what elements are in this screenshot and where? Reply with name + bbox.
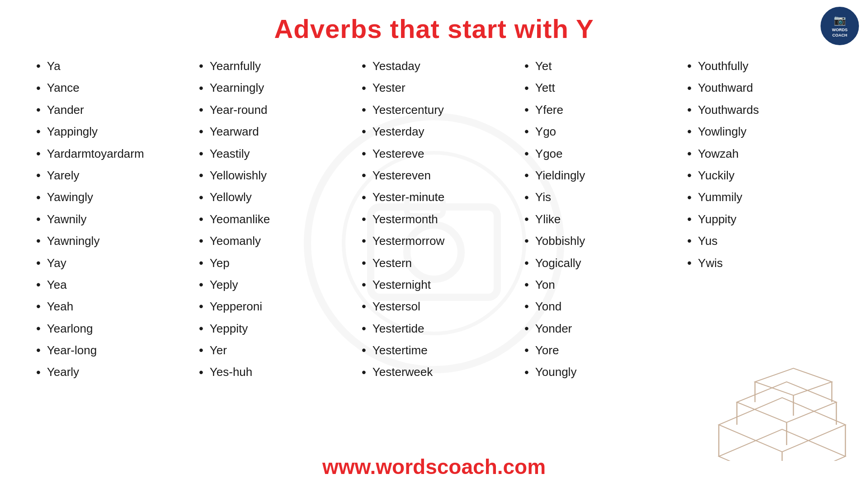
bullet-icon: • — [362, 257, 366, 269]
list-item: •Yestereven — [362, 164, 506, 186]
list-item: •Yeomanly — [199, 230, 344, 252]
word-text: Yay — [47, 255, 66, 271]
list-item: •Yestereve — [362, 143, 506, 164]
bullet-icon: • — [362, 191, 366, 204]
word-text: Yestereven — [373, 167, 431, 183]
logo-camera-icon: 📷 — [832, 14, 848, 27]
word-text: Yowlingly — [698, 123, 746, 140]
bullet-icon: • — [687, 125, 692, 138]
word-text: Yearningly — [210, 80, 264, 96]
word-text: Yestercentury — [373, 102, 444, 118]
list-item: •Yestercentury — [362, 99, 506, 121]
list-item: •Yet — [524, 55, 669, 77]
bullet-icon: • — [362, 147, 366, 160]
list-item: •Ywis — [687, 252, 832, 274]
list-item: •Yes-huh — [199, 361, 344, 383]
bullet-icon: • — [199, 191, 203, 204]
word-text: Yearly — [47, 364, 79, 380]
word-text: Year-round — [210, 102, 268, 118]
list-item: •Youthward — [687, 77, 832, 99]
bullet-icon: • — [199, 147, 203, 160]
list-item: •Yearnfully — [199, 55, 344, 77]
word-text: Yawningly — [47, 233, 100, 249]
footer-url: www.wordscoach.com — [0, 455, 868, 479]
list-item: •Yep — [199, 252, 344, 274]
word-text: Ygoe — [535, 145, 563, 162]
word-columns: •Ya•Yance•Yander•Yappingly•Yardarmtoyard… — [0, 55, 868, 383]
word-text: Yis — [535, 189, 551, 205]
word-text: Yieldingly — [535, 167, 585, 183]
bullet-icon: • — [524, 322, 529, 335]
list-item: •Yestermonth — [362, 208, 506, 230]
bullet-icon: • — [362, 235, 366, 247]
list-item: •Yay — [36, 252, 181, 274]
word-text: Yearlong — [47, 320, 93, 337]
bullet-icon: • — [36, 82, 41, 94]
bullet-icon: • — [687, 103, 692, 116]
bullet-icon: • — [524, 344, 529, 357]
bullet-icon: • — [199, 60, 203, 72]
bullet-icon: • — [524, 278, 529, 291]
bullet-icon: • — [687, 257, 692, 269]
list-item: •Yuppity — [687, 208, 832, 230]
list-item: •Yawnily — [36, 208, 181, 230]
column-2: •Yearnfully•Yearningly•Year-round•Yearwa… — [190, 55, 353, 383]
bullet-icon: • — [199, 125, 203, 138]
list-item: •Yeastily — [199, 143, 344, 164]
list-item: •Yearward — [199, 121, 344, 142]
word-text: Yowzah — [698, 145, 739, 162]
column-1: •Ya•Yance•Yander•Yappingly•Yardarmtoyard… — [27, 55, 190, 383]
column-3: •Yestaday•Yester•Yestercentury•Yesterday… — [353, 55, 515, 383]
bullet-icon: • — [36, 344, 41, 357]
bullet-icon: • — [199, 366, 203, 379]
list-item: •Yummily — [687, 186, 832, 208]
bullet-icon: • — [36, 60, 41, 72]
word-text: Yepperoni — [210, 298, 262, 314]
list-item: •Yogically — [524, 252, 669, 274]
list-item: •Yowlingly — [687, 121, 832, 142]
list-item: •Yon — [524, 274, 669, 296]
bullet-icon: • — [362, 125, 366, 138]
word-text: Yance — [47, 80, 80, 96]
word-text: Yep — [210, 255, 230, 271]
word-text: Yet — [535, 58, 552, 74]
list-item: •Year-long — [36, 339, 181, 361]
list-item: •Yieldingly — [524, 164, 669, 186]
word-text: Yeah — [47, 298, 73, 314]
list-item: •Yellowishly — [199, 164, 344, 186]
logo-words: WORDS — [832, 28, 848, 32]
bullet-icon: • — [36, 169, 41, 182]
list-item: •Yonder — [524, 318, 669, 339]
word-text: Yawnily — [47, 211, 87, 227]
list-item: •Yesternight — [362, 274, 506, 296]
word-text: Yarely — [47, 167, 80, 183]
bullet-icon: • — [36, 213, 41, 225]
word-text: Yesternight — [373, 277, 431, 293]
word-text: Yestern — [373, 255, 412, 271]
word-text: Ya — [47, 58, 61, 74]
bullet-icon: • — [524, 103, 529, 116]
bullet-icon: • — [36, 235, 41, 247]
word-text: Yestersol — [373, 298, 420, 314]
word-text: Yes-huh — [210, 364, 252, 380]
word-text: Yobbishly — [535, 233, 585, 249]
list-item: •Yester — [362, 77, 506, 99]
list-item: •Yester-minute — [362, 186, 506, 208]
word-text: Yea — [47, 277, 67, 293]
bullet-icon: • — [199, 344, 203, 357]
word-text: Yander — [47, 102, 84, 118]
bullet-icon: • — [362, 366, 366, 379]
logo-coach: COACH — [832, 33, 847, 38]
word-text: Yappingly — [47, 123, 98, 140]
list-item: •Yond — [524, 296, 669, 317]
bullet-icon: • — [524, 235, 529, 247]
list-item: •Yestermorrow — [362, 230, 506, 252]
list-item: •Yawingly — [36, 186, 181, 208]
word-text: Yeppity — [210, 320, 248, 337]
bullet-icon: • — [36, 103, 41, 116]
list-item: •Ylike — [524, 208, 669, 230]
bullet-icon: • — [687, 169, 692, 182]
logo-text: 📷 WORDS COACH — [832, 14, 848, 38]
word-text: Yellowly — [210, 189, 252, 205]
word-text: Yawingly — [47, 189, 93, 205]
